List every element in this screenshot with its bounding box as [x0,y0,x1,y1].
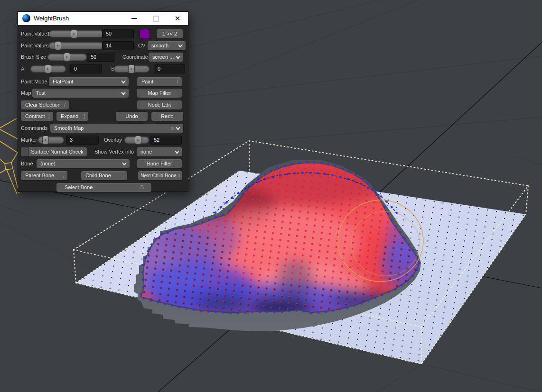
weightbrush-dialog: WeightBrush ✕ Paint Value1 50 1 >< 2 Pai… [18,11,188,192]
bone-label: Bone [21,159,33,168]
map-filter-button[interactable]: Map Filter [137,89,182,98]
chevron-down-icon [178,45,183,47]
slider-handle[interactable] [45,65,51,73]
close-icon: ✕ [175,14,181,23]
paint-button[interactable]: Paintf [137,77,182,86]
coordinate-label: Coordinate [122,53,148,62]
slider-handle[interactable] [43,136,48,144]
commands-label: Commands [21,124,47,133]
overlay-label: Overlay [104,136,122,145]
swap-values-button[interactable]: 1 >< 2 [157,29,183,38]
slider-handle[interactable] [129,65,134,73]
bone-filter-button[interactable]: Bone Filter [137,159,182,168]
brush-size-field[interactable]: 50 [87,53,115,62]
a-slider[interactable] [31,66,65,72]
show-vertex-info-label: Show Vertex Info [94,147,134,156]
chevron-down-icon [121,81,126,83]
chevron-down-icon [121,92,126,95]
brush-size-slider[interactable] [48,54,86,60]
bone-dropdown[interactable]: (none) [37,159,130,168]
app-logo-icon [22,14,30,22]
node-edit-button[interactable]: Node Edit [137,100,182,109]
overlay-field[interactable]: 52 [150,136,182,145]
paint-value1-slider[interactable] [49,31,103,37]
next-child-bone-button[interactable]: Next Child Bonen [138,171,182,180]
b-slider[interactable] [114,66,149,72]
map-dropdown[interactable]: Test [32,89,129,98]
paint-value2-slider[interactable] [49,43,103,49]
map-label: Map [21,89,31,98]
close-button[interactable]: ✕ [170,12,185,25]
chevron-down-icon [176,127,180,130]
commands-dropdown[interactable]: Smooth Maps [50,124,183,133]
b-field[interactable]: 0 [154,64,185,73]
redo-button[interactable]: Redo [151,112,183,121]
child-bone-button[interactable]: Child Bone. [81,171,127,180]
marker-slider[interactable] [38,137,64,143]
paint-value2-label: Paint Value2 [21,41,50,50]
brush-size-label: Brush Size [21,53,46,62]
paint-mode-label: Paint Mode [21,77,47,86]
paint-value1-field[interactable]: 50 [102,29,134,38]
coordinate-dropdown[interactable]: screen ... [149,53,183,62]
overlay-slider[interactable] [125,137,149,143]
slider-handle[interactable] [55,42,61,50]
expand-button[interactable]: Expand] [56,112,88,121]
marker-field[interactable]: 3 [66,136,99,145]
slider-handle[interactable] [64,53,70,61]
show-vertex-info-dropdown[interactable]: none [137,147,182,156]
paint-color-swatch[interactable] [140,29,150,38]
a-label: A [21,64,24,73]
cv-label: CV [138,41,145,50]
select-bone-button[interactable]: Select BoneB [56,183,151,192]
contract-button[interactable]: Contract[ [21,112,53,121]
maximize-button[interactable] [148,12,163,25]
minimize-button[interactable] [126,12,141,25]
undo-button[interactable]: Undo [116,112,148,121]
surface-normal-check-button[interactable]: Surface Normal Check [21,147,87,156]
slider-handle[interactable] [71,30,77,38]
bone-gizmo [0,119,19,194]
paint-value1-label: Paint Value1 [21,29,50,38]
maximize-icon [153,16,159,22]
dialog-titlebar[interactable]: WeightBrush ✕ [18,12,188,25]
parent-bone-button[interactable]: Parent Bone, [21,171,67,180]
checkbox-notch [21,147,29,156]
curve-dropdown[interactable]: smooth [148,41,186,50]
a-field[interactable]: 0 [70,64,102,73]
clear-selection-button[interactable]: Clear Selection/ [21,100,69,109]
chevron-down-icon [175,151,179,154]
paint-mode-dropdown[interactable]: FlatPaint [49,77,129,86]
chevron-down-icon [122,163,127,165]
paint-value2-field[interactable]: 14 [102,41,134,50]
slider-handle[interactable] [135,136,141,144]
dialog-title: WeightBrush [34,15,69,22]
chevron-down-icon [176,56,180,59]
minimize-icon [131,18,137,19]
marker-label: Marker [21,136,37,145]
viewport[interactable]: WeightBrush ✕ Paint Value1 50 1 >< 2 Pai… [0,0,542,392]
